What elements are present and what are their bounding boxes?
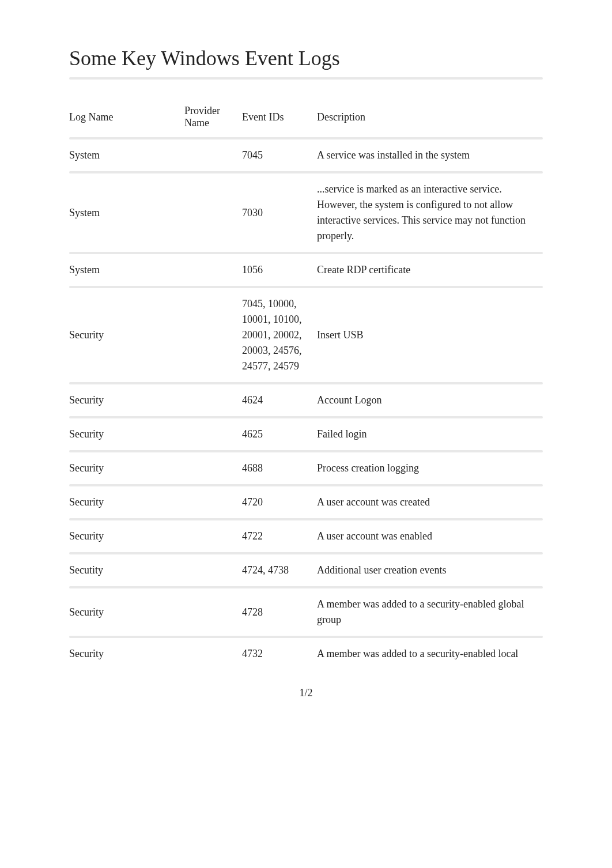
cell-logname: Security bbox=[69, 452, 184, 484]
table-row: Security4732A member was added to a secu… bbox=[69, 638, 543, 670]
cell-eventids: 4724, 4738 bbox=[242, 554, 317, 586]
event-log-table: Log Name Provider Name Event IDs Descrip… bbox=[69, 97, 543, 670]
cell-logname: Security bbox=[69, 588, 184, 636]
cell-provider bbox=[184, 486, 242, 518]
cell-provider bbox=[184, 418, 242, 450]
cell-logname: System bbox=[69, 254, 184, 286]
page-number: 1/2 bbox=[69, 687, 543, 699]
cell-eventids: 4732 bbox=[242, 638, 317, 670]
cell-eventids: 4625 bbox=[242, 418, 317, 450]
cell-description: Failed login bbox=[317, 418, 543, 450]
cell-provider bbox=[184, 520, 242, 552]
cell-description: A user account was created bbox=[317, 486, 543, 518]
cell-description: ...service is marked as an interactive s… bbox=[317, 173, 543, 252]
cell-eventids: 7045 bbox=[242, 139, 317, 171]
cell-logname: Security bbox=[69, 520, 184, 552]
cell-eventids: 4624 bbox=[242, 384, 317, 416]
cell-eventids: 4688 bbox=[242, 452, 317, 484]
cell-provider bbox=[184, 288, 242, 382]
col-header-provider: Provider Name bbox=[184, 97, 242, 137]
cell-eventids: 7030 bbox=[242, 173, 317, 252]
table-row: Security4728A member was added to a secu… bbox=[69, 588, 543, 636]
cell-provider bbox=[184, 554, 242, 586]
cell-description: Insert USB bbox=[317, 288, 543, 382]
cell-logname: System bbox=[69, 173, 184, 252]
cell-description: A member was added to a security-enabled… bbox=[317, 638, 543, 670]
cell-description: A user account was enabled bbox=[317, 520, 543, 552]
col-header-description: Description bbox=[317, 97, 543, 137]
cell-logname: Security bbox=[69, 638, 184, 670]
cell-provider bbox=[184, 173, 242, 252]
cell-provider bbox=[184, 452, 242, 484]
cell-logname: Security bbox=[69, 486, 184, 518]
cell-eventids: 4722 bbox=[242, 520, 317, 552]
cell-description: A member was added to a security-enabled… bbox=[317, 588, 543, 636]
cell-provider bbox=[184, 384, 242, 416]
cell-description: Process creation logging bbox=[317, 452, 543, 484]
cell-logname: Security bbox=[69, 384, 184, 416]
cell-provider bbox=[184, 588, 242, 636]
cell-logname: Secutity bbox=[69, 554, 184, 586]
table-row: Security4722A user account was enabled bbox=[69, 520, 543, 552]
table-header-row: Log Name Provider Name Event IDs Descrip… bbox=[69, 97, 543, 137]
table-row: Security4688Process creation logging bbox=[69, 452, 543, 484]
cell-provider bbox=[184, 638, 242, 670]
cell-provider bbox=[184, 254, 242, 286]
table-row: System7045A service was installed in the… bbox=[69, 139, 543, 171]
cell-logname: Security bbox=[69, 288, 184, 382]
cell-eventids: 1056 bbox=[242, 254, 317, 286]
cell-eventids: 4720 bbox=[242, 486, 317, 518]
table-row: Security7045, 10000, 10001, 10100, 20001… bbox=[69, 288, 543, 382]
table-row: Security4720A user account was created bbox=[69, 486, 543, 518]
cell-eventids: 4728 bbox=[242, 588, 317, 636]
col-header-logname: Log Name bbox=[69, 97, 184, 137]
page-title: Some Key Windows Event Logs bbox=[69, 46, 543, 70]
cell-logname: Security bbox=[69, 418, 184, 450]
table-row: Security4624Account Logon bbox=[69, 384, 543, 416]
cell-description: Create RDP certificate bbox=[317, 254, 543, 286]
cell-eventids: 7045, 10000, 10001, 10100, 20001, 20002,… bbox=[242, 288, 317, 382]
table-row: Secutity4724, 4738Additional user creati… bbox=[69, 554, 543, 586]
cell-description: Additional user creation events bbox=[317, 554, 543, 586]
cell-logname: System bbox=[69, 139, 184, 171]
table-row: Security4625Failed login bbox=[69, 418, 543, 450]
col-header-eventids: Event IDs bbox=[242, 97, 317, 137]
cell-description: A service was installed in the system bbox=[317, 139, 543, 171]
cell-provider bbox=[184, 139, 242, 171]
cell-description: Account Logon bbox=[317, 384, 543, 416]
table-row: System1056Create RDP certificate bbox=[69, 254, 543, 286]
table-row: System7030...service is marked as an int… bbox=[69, 173, 543, 252]
title-divider bbox=[69, 77, 543, 80]
